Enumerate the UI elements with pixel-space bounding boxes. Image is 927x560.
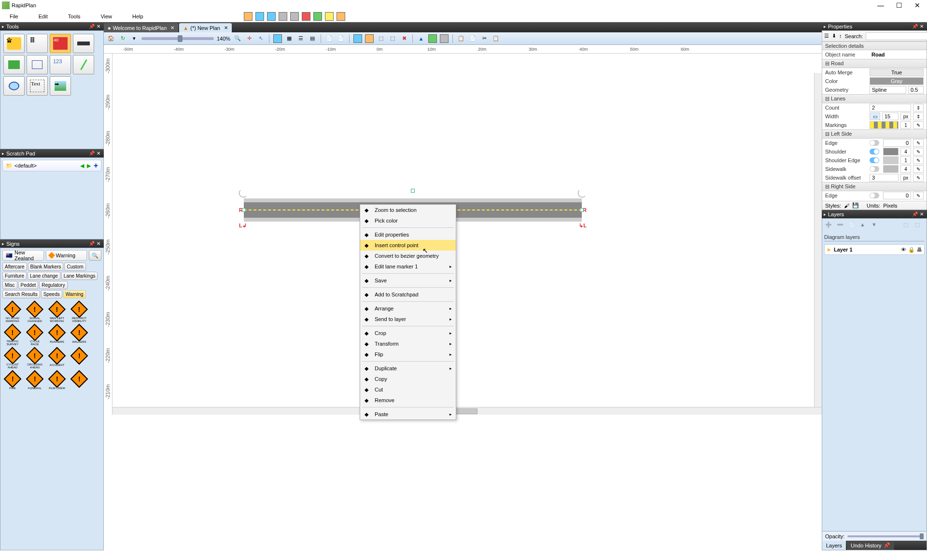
signs-search-button[interactable]: 🔍 xyxy=(89,250,101,261)
ctx-flip[interactable]: ◆Flip▸ xyxy=(360,349,456,360)
snap-icon[interactable]: ▦ xyxy=(285,34,294,43)
ellipse-tool[interactable] xyxy=(3,76,25,96)
units-value[interactable]: Pixels xyxy=(883,203,924,209)
menu-file[interactable]: File xyxy=(3,14,32,19)
sign-item[interactable]: !TRAFFIC SURVEY xyxy=(3,326,22,346)
sign-item[interactable]: ! xyxy=(70,350,88,369)
section-selection[interactable]: Selection details xyxy=(822,42,927,50)
geometry-val2[interactable]: 0.5 xyxy=(908,86,924,94)
tag-aftercare[interactable]: Aftercare xyxy=(2,263,27,271)
rotate-handle-tr[interactable] xyxy=(578,189,587,197)
group-icon[interactable] xyxy=(353,34,362,43)
print-icon[interactable] xyxy=(279,12,287,21)
tag-blank-markers[interactable]: Blank Markers xyxy=(28,263,64,271)
check-icon[interactable] xyxy=(313,12,322,21)
edit-icon[interactable]: ✎ xyxy=(913,165,924,173)
lanes-count[interactable]: 2 xyxy=(870,104,911,112)
back-icon[interactable]: ◀ xyxy=(80,163,84,169)
signs-header[interactable]: ▸ Signs 📌 ✕ xyxy=(0,239,104,248)
ctx-arrange[interactable]: ◆Arrange▸ xyxy=(360,303,456,314)
zone-tool[interactable] xyxy=(3,55,25,74)
ungroup-icon[interactable] xyxy=(365,34,374,43)
section-right-side[interactable]: ⊟ Right Side xyxy=(822,182,927,191)
tag-misc[interactable]: Misc xyxy=(2,281,17,289)
lanes-width[interactable]: 15 xyxy=(882,112,899,120)
layer-opt1-icon[interactable]: ⬚ xyxy=(903,222,912,230)
doc1-icon[interactable]: 📄 xyxy=(325,34,334,43)
delete-icon[interactable]: ✖ xyxy=(400,34,408,43)
tag-furniture[interactable]: Furniture xyxy=(2,272,27,280)
layers-header[interactable]: ▸ Layers 📌 ✕ xyxy=(822,210,927,218)
edge-value[interactable]: 0 xyxy=(883,139,911,147)
spinner-icon[interactable]: ⇕ xyxy=(913,104,924,112)
scratchpad-header[interactable]: ▸ Scratch Pad 📌 ✕ xyxy=(0,149,104,157)
sign-item[interactable]: !CROSSING AHEAD xyxy=(26,350,44,369)
top-mid-handle[interactable] xyxy=(411,189,415,193)
target-icon[interactable]: ✛ xyxy=(245,34,253,43)
dup-layer-icon[interactable]: 📄 xyxy=(848,222,857,230)
export-icon[interactable] xyxy=(290,12,299,21)
speed-sign-tool[interactable]: 40 xyxy=(50,34,71,53)
sidewalk-offset[interactable]: 3 xyxy=(870,174,899,182)
ctx-remove[interactable]: ◆Remove xyxy=(360,395,456,406)
menu-edit[interactable]: Edit xyxy=(32,14,61,19)
pin-icon[interactable]: 📌 xyxy=(88,241,95,246)
sign-item[interactable]: !MEN LEFT WORKING xyxy=(48,303,66,322)
rotate-handle-tl[interactable] xyxy=(239,189,248,197)
rail-tool[interactable]: 🛤 xyxy=(27,34,48,53)
collapse-icon[interactable]: ▸ xyxy=(824,24,826,29)
sidewalk-toggle[interactable] xyxy=(870,166,879,172)
sign-item[interactable]: !NO ROAD MARKING xyxy=(3,303,22,322)
cut-icon[interactable]: ✂ xyxy=(480,34,489,43)
shoulder-edge-swatch[interactable] xyxy=(883,156,899,164)
properties-header[interactable]: ▸ Properties 📌 ✕ xyxy=(822,22,927,30)
tab-layers[interactable]: Layers xyxy=(822,541,846,550)
ctx-zoom-to-selection[interactable]: ◆Zoom to selection xyxy=(360,205,456,215)
signs-type-filter[interactable]: Warning xyxy=(46,250,87,261)
close-button[interactable]: ✕ xyxy=(913,1,922,9)
tag-custom[interactable]: Custom xyxy=(64,263,85,271)
add-icon[interactable]: ✚ xyxy=(94,163,98,169)
pin-icon[interactable]: 📌 xyxy=(912,211,918,217)
new-icon[interactable] xyxy=(244,12,253,21)
right-edge-value[interactable]: 0 xyxy=(883,192,911,199)
section-left-side[interactable]: ⊟ Left Side xyxy=(822,129,927,139)
zoom-slider[interactable] xyxy=(141,37,214,40)
pin-icon[interactable]: 📌 xyxy=(88,24,95,29)
legend-tool[interactable] xyxy=(27,55,48,74)
visibility-icon[interactable]: 👁 xyxy=(901,247,906,253)
sign-item[interactable]: !FUNERAL xyxy=(26,373,44,392)
opacity-slider[interactable] xyxy=(847,535,924,537)
tab-new-plan[interactable]: ▲(*) New Plan✕ xyxy=(179,23,232,32)
ctx-crop[interactable]: ◆Crop▸ xyxy=(360,328,456,338)
delete-icon[interactable] xyxy=(302,12,310,21)
tag-search-results[interactable]: Search Results xyxy=(2,290,40,298)
close-icon[interactable]: ✕ xyxy=(918,24,925,29)
tag-lane-markings[interactable]: Lane Markings xyxy=(61,272,98,280)
edit-icon[interactable]: ✎ xyxy=(913,139,924,147)
sign-item[interactable]: ! xyxy=(70,373,88,392)
layer-opt2-icon[interactable]: ⬚ xyxy=(915,222,924,230)
spinner-icon[interactable]: ⇕ xyxy=(913,112,924,120)
ctx-insert-control-point[interactable]: ◆Insert control point xyxy=(360,240,456,251)
measure-tool[interactable]: 123 xyxy=(50,55,71,74)
down-layer-icon[interactable]: ▼ xyxy=(871,222,880,230)
distribute-icon[interactable]: ⬚ xyxy=(388,34,397,43)
align-icon[interactable]: ⬚ xyxy=(377,34,385,43)
paste-icon[interactable]: 📋 xyxy=(457,34,465,43)
left-handle[interactable] xyxy=(242,208,246,212)
markings-swatch[interactable]: — xyxy=(870,121,899,129)
view-tree-icon[interactable]: ⬇ xyxy=(832,33,836,40)
canvas[interactable]: -300m-290m-280m-270m-260m-250m-240m-230m… xyxy=(104,54,822,415)
lock-icon[interactable]: 🔒 xyxy=(908,247,915,253)
sign-item[interactable]: !CYCLIST AHEAD xyxy=(3,350,22,369)
properties-search-input[interactable] xyxy=(866,32,927,40)
menu-help[interactable]: Help xyxy=(126,14,157,19)
forward-icon[interactable]: ▶ xyxy=(87,163,91,169)
horizontal-scrollbar[interactable] xyxy=(112,407,822,415)
open-icon[interactable] xyxy=(255,12,264,21)
up-layer-icon[interactable]: ▲ xyxy=(860,222,869,230)
ctx-cut[interactable]: ◆Cut xyxy=(360,384,456,395)
ctx-send-to-layer[interactable]: ◆Send to layer▸ xyxy=(360,314,456,324)
dropdown-icon[interactable]: ▾ xyxy=(130,34,139,43)
